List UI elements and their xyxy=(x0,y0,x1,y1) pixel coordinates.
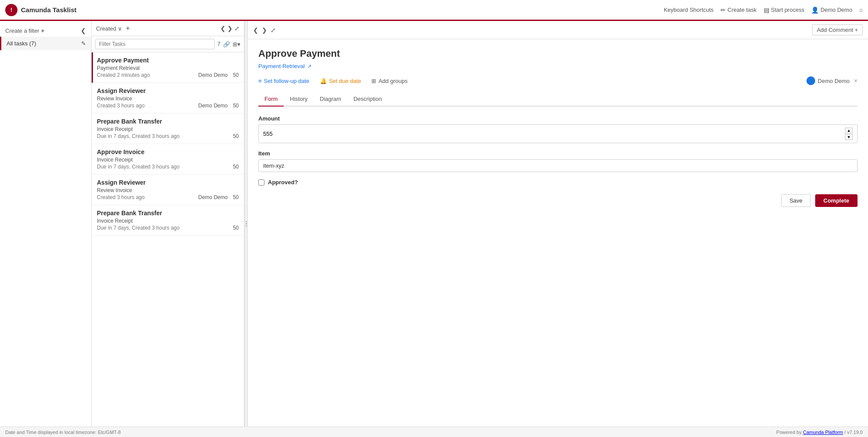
all-tasks-filter[interactable]: All tasks (7) ✎ xyxy=(0,37,91,50)
logo-icon: ! xyxy=(5,4,17,16)
task-item-time: Created 2 minutes ago xyxy=(97,72,150,78)
create-filter-button[interactable]: Create a filter + xyxy=(5,28,45,34)
create-filter-label: Create a filter xyxy=(5,28,39,34)
task-item-title: Approve Payment xyxy=(97,57,239,64)
expand-icon: ⤢ xyxy=(234,25,240,32)
item-label: Item xyxy=(258,150,858,157)
amount-input[interactable] xyxy=(263,131,845,137)
task-item-time: Created 3 hours ago xyxy=(97,194,144,200)
collapse-icon: ❮ xyxy=(81,27,86,34)
add-comment-label: Add Comment + xyxy=(817,27,858,33)
user-menu[interactable]: 👤 Demo Demo xyxy=(811,7,852,14)
item-field: Item xyxy=(258,150,858,172)
camunda-platform-link[interactable]: Camunda Platform xyxy=(803,430,843,435)
task-item-subtitle: Payment Retrieval xyxy=(97,65,239,71)
set-due-date-button[interactable]: 🔔 Set due date xyxy=(320,78,361,84)
tab-history[interactable]: History xyxy=(284,92,313,107)
all-tasks-label: All tasks (7) xyxy=(7,40,36,47)
amount-increment-button[interactable]: ▲ xyxy=(845,127,853,134)
sort-options-button[interactable]: ⊞▾ xyxy=(233,41,240,48)
tab-description[interactable]: Description xyxy=(347,92,388,107)
amount-spinners: ▲ ▼ xyxy=(845,127,853,140)
home-button[interactable]: ⌂ xyxy=(859,7,863,13)
task-item-assignee: Demo Demo xyxy=(198,194,227,200)
resize-handle[interactable] xyxy=(244,21,248,427)
task-count: 7 xyxy=(217,41,220,47)
approved-checkbox-row: Approved? xyxy=(258,179,858,186)
keyboard-shortcuts-link[interactable]: Keyboard Shortcuts xyxy=(664,7,714,13)
task-item-assignee: Demo Demo xyxy=(198,72,227,78)
task-item-subtitle: Review Invoice xyxy=(97,96,239,102)
sort-chevron-icon: ∨ xyxy=(118,25,122,32)
edit-icon: ✎ xyxy=(81,40,86,47)
task-item[interactable]: Assign Reviewer Review Invoice Created 3… xyxy=(92,175,244,205)
task-list-header: Created ∨ + ❮ ❯ ⤢ xyxy=(92,21,244,36)
start-process-icon: ▤ xyxy=(764,7,769,14)
detail-header-bar: ❮ ❯ ⤢ Add Comment + xyxy=(248,21,868,39)
footer: Date and Time displayed in local timezon… xyxy=(0,427,868,437)
task-item-subtitle: Invoice Receipt xyxy=(97,126,239,132)
tab-form[interactable]: Form xyxy=(258,92,284,107)
task-list-expand-button[interactable]: ⤢ xyxy=(234,25,240,32)
app-title: Camunda Tasklist xyxy=(21,6,76,14)
task-item[interactable]: Prepare Bank Transfer Invoice Receipt Du… xyxy=(92,114,244,144)
task-list-sort-label: Created xyxy=(96,25,116,32)
task-item-meta: Due in 7 days, Created 3 hours ago 50 xyxy=(97,133,239,139)
save-button[interactable]: Save xyxy=(781,194,811,207)
amount-decrement-button[interactable]: ▼ xyxy=(845,134,853,140)
task-item[interactable]: Prepare Bank Transfer Invoice Receipt Du… xyxy=(92,205,244,236)
task-item-score: 50 xyxy=(233,72,239,78)
task-item[interactable]: Assign Reviewer Review Invoice Created 3… xyxy=(92,83,244,114)
sidebar-collapse-button[interactable]: ❮ xyxy=(81,27,86,34)
detail-actions-row: ≡ Set follow-up date 🔔 Set due date ⊞ Ad… xyxy=(258,76,858,85)
complete-button[interactable]: Complete xyxy=(815,194,858,207)
resize-dot-2 xyxy=(246,223,247,224)
task-item[interactable]: Approve Invoice Invoice Receipt Due in 7… xyxy=(92,144,244,175)
task-list-prev-button[interactable]: ❮ xyxy=(220,25,226,32)
task-item-time: Due in 7 days, Created 3 hours ago xyxy=(97,225,179,231)
amount-field: Amount ▲ ▼ xyxy=(258,115,858,143)
detail-prev-button[interactable]: ❮ xyxy=(253,27,258,34)
add-groups-button[interactable]: ⊞ Add groups xyxy=(371,78,408,84)
create-task-link[interactable]: ✏ Create task xyxy=(720,7,756,14)
task-item-score: 50 xyxy=(233,164,239,170)
top-navigation: ! Camunda Tasklist Keyboard Shortcuts ✏ … xyxy=(0,0,868,21)
assignee-remove-button[interactable]: × xyxy=(854,77,858,84)
task-item-score: 50 xyxy=(233,194,239,200)
task-item-score: 50 xyxy=(233,225,239,231)
item-input[interactable] xyxy=(258,159,858,172)
detail-content: Approve Payment Payment Retrieval ↗ ≡ Se… xyxy=(248,39,868,427)
assignee-avatar: 👤 xyxy=(806,76,815,85)
due-date-label: Set due date xyxy=(329,78,361,84)
task-item-title: Prepare Bank Transfer xyxy=(97,118,239,125)
create-task-icon: ✏ xyxy=(720,7,726,14)
link-filter-button[interactable]: 🔗 xyxy=(223,41,230,48)
task-item-time: Due in 7 days, Created 3 hours ago xyxy=(97,164,179,170)
add-comment-button[interactable]: Add Comment + xyxy=(812,24,863,35)
task-list-next-button[interactable]: ❯ xyxy=(227,25,233,32)
task-list-sort-button[interactable]: Created ∨ xyxy=(96,25,122,32)
task-item[interactable]: Approve Payment Payment Retrieval Create… xyxy=(92,52,244,83)
approved-checkbox[interactable] xyxy=(258,179,264,186)
tab-diagram[interactable]: Diagram xyxy=(314,92,347,107)
task-list-items: Approve Payment Payment Retrieval Create… xyxy=(92,52,244,427)
set-follow-up-button[interactable]: ≡ Set follow-up date xyxy=(258,78,309,84)
task-item-title: Assign Reviewer xyxy=(97,179,239,186)
home-icon: ⌂ xyxy=(859,7,863,13)
start-process-link[interactable]: ▤ Start process xyxy=(764,7,805,14)
task-filter-bar: 7 🔗 ⊞▾ xyxy=(92,36,244,52)
task-item-meta: Due in 7 days, Created 3 hours ago 50 xyxy=(97,164,239,170)
process-link[interactable]: Payment Retrieval xyxy=(258,63,305,69)
task-item-meta: Created 3 hours ago Demo Demo 50 xyxy=(97,103,239,109)
detail-expand-button[interactable]: ⤢ xyxy=(271,27,276,34)
add-groups-icon: ⊞ xyxy=(371,78,376,84)
add-task-button[interactable]: + xyxy=(126,24,130,32)
follow-up-icon: ≡ xyxy=(258,78,262,84)
amount-label: Amount xyxy=(258,115,858,122)
detail-next-button[interactable]: ❯ xyxy=(262,27,267,34)
task-item-score: 50 xyxy=(233,103,239,109)
task-filter-input[interactable] xyxy=(95,39,215,49)
nav-right-section: Keyboard Shortcuts ✏ Create task ▤ Start… xyxy=(664,7,863,14)
edit-filter-button[interactable]: ✎ xyxy=(81,40,86,47)
task-list-nav: ❮ ❯ ⤢ xyxy=(220,25,240,32)
